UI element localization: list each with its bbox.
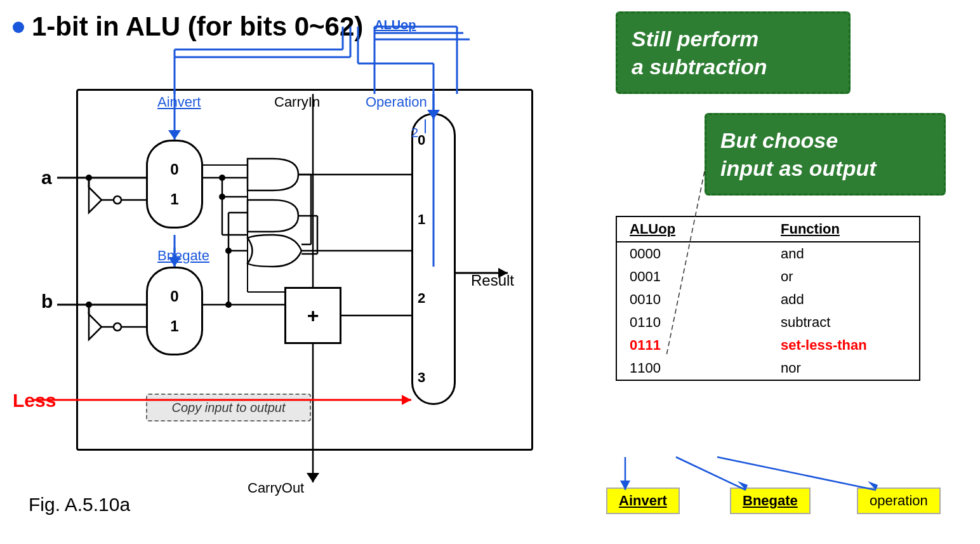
result-mux-labels: 0 1 2 3 [411, 113, 456, 405]
table-cell-func: and [768, 242, 919, 265]
mux-a: 0 1 [146, 140, 203, 229]
table-row: 0000and [617, 242, 919, 265]
adder-symbol: + [307, 304, 319, 328]
table-cell-func: set-less-than [768, 334, 919, 357]
main-container: 1-bit in ALU (for bits 0~62) 0 1 0 1 + 0… [0, 0, 980, 544]
title-area: 1-bit in ALU (for bits 0~62) [13, 11, 363, 42]
label-b: b [41, 291, 53, 312]
svg-line-64 [676, 457, 746, 490]
yellow-bnegate: Bnegate [730, 488, 811, 514]
bnegate-label: Bnegate [157, 248, 209, 264]
label-less: Less [13, 390, 56, 411]
aluop-top-label: ALUop [374, 18, 416, 32]
carry-in-label: CarryIn [274, 94, 320, 110]
yellow-ainvert: Ainvert [606, 488, 680, 514]
ainvert-label: Ainvert [157, 94, 201, 110]
alu-table: ALUop Function 0000and0001or0010add0110s… [616, 216, 920, 381]
table-row: 0001or [617, 265, 919, 288]
op2-label: 2 [411, 126, 418, 140]
mux-a-val0: 0 [170, 161, 178, 178]
carry-out-label: CarryOut [248, 480, 304, 496]
mux-b: 0 1 [146, 267, 203, 355]
mux-b-val1: 1 [170, 317, 178, 335]
green-text-2: But chooseinput as output [720, 128, 877, 180]
table-cell-func: subtract [768, 311, 919, 334]
table-cell-aluop: 1100 [617, 357, 768, 380]
table-row: 1100nor [617, 357, 919, 380]
table-cell-func: nor [768, 357, 919, 380]
table-cell-aluop: 0001 [617, 265, 768, 288]
table-header-function: Function [768, 217, 919, 242]
table-cell-func: add [768, 288, 919, 311]
result-mux-port3: 3 [418, 369, 425, 386]
svg-line-66 [717, 457, 876, 490]
operation-label: Operation [366, 94, 427, 110]
title-text: 1-bit in ALU (for bits 0~62) [32, 11, 363, 42]
green-box-but-choose: But chooseinput as output [705, 113, 946, 196]
label-a: a [41, 167, 52, 189]
table-row: 0010add [617, 288, 919, 311]
mux-b-val0: 0 [170, 288, 178, 305]
fig-label: Fig. A.5.10a [29, 494, 130, 515]
copy-input-text: Copy input to output [171, 401, 285, 415]
result-mux-port0: 0 [418, 132, 425, 149]
adder-box: + [284, 287, 341, 344]
green-box-still-perform: Still performa subtraction [616, 11, 851, 94]
table-row: 0110subtract [617, 311, 919, 334]
table-row: 0111set-less-than [617, 334, 919, 357]
mux-a-val1: 1 [170, 190, 178, 208]
table-header-aluop: ALUop [617, 217, 768, 242]
green-text-1: Still performa subtraction [632, 27, 767, 79]
table-cell-func: or [768, 265, 919, 288]
result-mux-port1: 1 [418, 211, 425, 228]
bullet-dot [13, 22, 24, 33]
yellow-operation: operation [857, 488, 941, 514]
table-cell-aluop: 0000 [617, 242, 768, 265]
table-cell-aluop: 0010 [617, 288, 768, 311]
table-cell-aluop: 0110 [617, 311, 768, 334]
table-cell-aluop: 0111 [617, 334, 768, 357]
copy-input-box: Copy input to output [146, 394, 311, 421]
result-mux-port2: 2 [418, 290, 425, 307]
result-label: Result [471, 272, 514, 289]
svg-marker-52 [307, 473, 319, 482]
